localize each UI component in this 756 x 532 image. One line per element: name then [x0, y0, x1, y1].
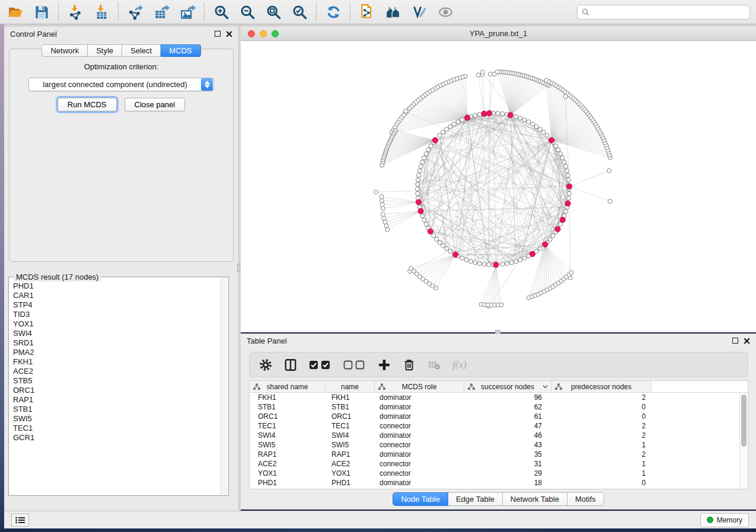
- network-node[interactable]: [548, 237, 552, 241]
- network-node[interactable]: [416, 187, 420, 191]
- network-node[interactable]: [556, 148, 560, 152]
- optimization-criterion-select[interactable]: largest connected component (undirected): [28, 78, 214, 91]
- network-node[interactable]: [514, 259, 518, 264]
- mcds-hub-node[interactable]: [566, 184, 572, 189]
- network-node[interactable]: [559, 152, 563, 156]
- mcds-hub-node[interactable]: [543, 242, 548, 247]
- column-header-MCDS-role[interactable]: MCDS role: [375, 381, 464, 392]
- mcds-hub-node[interactable]: [560, 217, 565, 222]
- network-node[interactable]: [460, 118, 464, 122]
- network-node[interactable]: [567, 191, 571, 196]
- network-node[interactable]: [445, 127, 449, 132]
- network-node[interactable]: [559, 222, 563, 226]
- search-input[interactable]: [592, 8, 745, 16]
- columns-icon[interactable]: [284, 358, 297, 371]
- network-node[interactable]: [505, 261, 509, 265]
- tab-edge-table[interactable]: Edge Table: [448, 492, 503, 506]
- leaf-node[interactable]: [380, 164, 384, 168]
- leaf-node[interactable]: [544, 78, 548, 82]
- tab-style[interactable]: Style: [88, 44, 122, 57]
- network-node[interactable]: [567, 178, 571, 182]
- tab-network-table[interactable]: Network Table: [503, 492, 567, 506]
- mcds-hub-node[interactable]: [565, 201, 570, 206]
- network-node[interactable]: [456, 120, 460, 124]
- mcds-hub-node[interactable]: [465, 115, 470, 120]
- mcds-hub-node[interactable]: [452, 252, 458, 257]
- mcds-result-item[interactable]: ORC1: [13, 386, 221, 395]
- network-node[interactable]: [514, 114, 518, 118]
- leaf-node[interactable]: [480, 70, 484, 74]
- table-row[interactable]: TEC1TEC1connector472: [250, 421, 748, 431]
- mcds-result-item[interactable]: YOX1: [13, 319, 221, 329]
- import-table-icon[interactable]: [92, 3, 111, 21]
- network-node[interactable]: [566, 173, 570, 177]
- table-row[interactable]: SWI5SWI5connector431: [250, 440, 748, 450]
- mcds-hub-node[interactable]: [548, 137, 554, 143]
- network-node[interactable]: [424, 222, 428, 226]
- vizmapper-icon[interactable]: [410, 3, 429, 21]
- search-field[interactable]: [577, 5, 750, 20]
- mcds-hub-node[interactable]: [428, 229, 433, 234]
- task-history-button[interactable]: [11, 514, 29, 527]
- mcds-result-item[interactable]: TID3: [13, 310, 221, 319]
- network-node[interactable]: [482, 262, 486, 267]
- function-builder-icon[interactable]: f(x): [452, 359, 467, 371]
- leaf-node[interactable]: [569, 271, 573, 275]
- leaf-node[interactable]: [495, 70, 499, 74]
- add-icon[interactable]: [378, 358, 391, 371]
- tab-motifs[interactable]: Motifs: [567, 492, 604, 506]
- close-panel-icon[interactable]: [744, 338, 750, 344]
- network-node[interactable]: [416, 182, 420, 187]
- mcds-hub-node[interactable]: [487, 111, 492, 116]
- delete-icon[interactable]: [403, 358, 416, 371]
- float-panel-icon[interactable]: [215, 31, 221, 37]
- network-node[interactable]: [534, 124, 538, 129]
- gear-icon[interactable]: [259, 358, 272, 371]
- network-node[interactable]: [500, 262, 505, 267]
- network-node[interactable]: [545, 133, 549, 137]
- mcds-result-item[interactable]: GCR1: [13, 433, 221, 443]
- leaf-node[interactable]: [374, 190, 378, 194]
- table-scrollbar[interactable]: [739, 393, 747, 489]
- network-node[interactable]: [477, 113, 481, 117]
- table-row[interactable]: STB1STB1dominator620: [250, 402, 748, 412]
- tab-mcds[interactable]: MCDS: [161, 44, 200, 57]
- network-node[interactable]: [422, 156, 426, 160]
- table-row[interactable]: FKH1FKH1dominator962: [250, 393, 748, 402]
- network-node[interactable]: [448, 249, 452, 254]
- network-node[interactable]: [522, 256, 527, 260]
- leaf-node[interactable]: [380, 203, 384, 207]
- network-node[interactable]: [500, 111, 505, 116]
- leaf-node[interactable]: [381, 212, 385, 216]
- table-destroy-icon[interactable]: [428, 358, 441, 371]
- network-node[interactable]: [429, 144, 433, 148]
- network-node[interactable]: [564, 210, 568, 214]
- network-node[interactable]: [420, 214, 425, 218]
- table-row[interactable]: YOX1YOX1connector291: [250, 469, 748, 478]
- document-share-icon[interactable]: [358, 3, 377, 21]
- network-node[interactable]: [538, 127, 542, 132]
- leaf-node[interactable]: [563, 94, 567, 98]
- mcds-result-item[interactable]: SWI5: [13, 414, 221, 424]
- mcds-result-item[interactable]: SWI4: [13, 329, 221, 338]
- mcds-list-scrollbar[interactable]: [221, 278, 228, 495]
- table-row[interactable]: ACE2ACE2connector311: [250, 459, 748, 469]
- leaf-node[interactable]: [381, 206, 385, 210]
- export-network-icon[interactable]: [126, 3, 145, 21]
- network-node[interactable]: [496, 111, 500, 116]
- network-node[interactable]: [518, 258, 522, 262]
- table-row[interactable]: SWI4SWI4dominator462: [250, 431, 748, 440]
- column-header-predecessor-nodes[interactable]: predecessor nodes: [551, 381, 652, 392]
- mcds-hub-node[interactable]: [432, 137, 438, 143]
- leaf-node[interactable]: [434, 286, 438, 290]
- mcds-hub-node[interactable]: [493, 262, 499, 267]
- network-node[interactable]: [452, 122, 456, 126]
- network-node[interactable]: [554, 144, 558, 148]
- mcds-result-list[interactable]: PHD1CAR1STP4TID3YOX1SWI4SRD1PMA2FKH1ACE2…: [9, 278, 221, 495]
- network-node[interactable]: [445, 246, 449, 251]
- leaf-node[interactable]: [488, 72, 492, 76]
- network-node[interactable]: [438, 241, 442, 245]
- scrollbar-thumb[interactable]: [741, 395, 747, 447]
- network-node[interactable]: [562, 160, 566, 164]
- zoom-out-icon[interactable]: [238, 3, 257, 21]
